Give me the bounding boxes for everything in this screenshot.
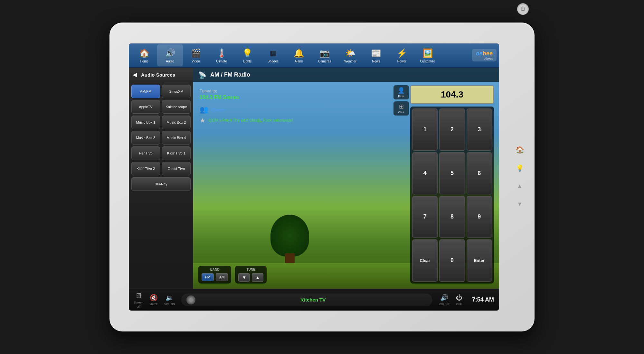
mute-label: MUTE	[150, 303, 158, 306]
source-siriusxm[interactable]: SiriusXM	[162, 85, 191, 98]
vol-up-button[interactable]: 🔊 VOL UP	[439, 294, 450, 306]
key-4[interactable]: 4	[412, 152, 438, 194]
tune-buttons: ▼ ▲	[238, 273, 263, 282]
home-icon: 🏠	[138, 47, 150, 59]
nav-climate[interactable]: 🌡️ Climate	[209, 44, 234, 66]
favs-button[interactable]: 👤 Favs	[393, 85, 409, 99]
source-list: AM/FM SiriusXM AppleTV Kaleidescape Musi…	[129, 82, 193, 193]
source-kidstivo2[interactable]: Kids' TiVo 2	[131, 162, 160, 175]
band-buttons: FM AM	[202, 273, 228, 281]
source-musicbox2[interactable]: Music Box 2	[162, 116, 191, 129]
nav-alarm[interactable]: 🔔 Alarm	[286, 44, 312, 66]
nav-lights[interactable]: 💡 Lights	[234, 44, 260, 66]
news-icon: 📰	[370, 47, 382, 59]
band-fm-button[interactable]: FM	[202, 273, 214, 281]
side-down-button[interactable]: ▼	[514, 198, 526, 210]
key-enter[interactable]: Enter	[467, 239, 492, 282]
side-home-button[interactable]: 🏠	[514, 144, 526, 156]
sidebar-header: ◀ Audio Sources	[129, 68, 193, 82]
tune-group: TUNE ▼ ▲	[235, 266, 267, 284]
vol-down-button[interactable]: 🔉 VOL DN	[164, 294, 175, 306]
vol-down-icon: 🔉	[166, 294, 174, 302]
source-kaleidescape[interactable]: Kaleidescape	[162, 100, 191, 114]
nav-weather-label: Weather	[344, 60, 356, 63]
content-panel: 📡 AM / FM Radio Tuned	[193, 68, 499, 289]
source-musicbox3[interactable]: Music Box 3	[131, 131, 160, 144]
nav-weather[interactable]: 🌤️ Weather	[337, 44, 363, 66]
nav-news[interactable]: 📰 News	[363, 44, 389, 66]
screen-off-icon: 🖥	[135, 292, 142, 300]
key-9[interactable]: 9	[467, 196, 492, 238]
sidebar-title: Audio Sources	[141, 72, 175, 78]
time-display: 7:54 AM	[472, 296, 494, 303]
source-musicbox4[interactable]: Music Box 4	[162, 131, 191, 144]
band-label: BAND	[210, 268, 220, 271]
screen: 🏠 Home 🔊 Audio 🎬 Video 🌡️ Climate 💡 Ligh…	[129, 43, 499, 311]
off-icon: ⏻	[456, 294, 462, 302]
now-playing-bar: Kitchen TV	[181, 293, 432, 306]
station-description: Q104.3 Plays The Best Classic Rock Natio…	[209, 118, 293, 123]
mute-icon: 🔇	[150, 294, 158, 302]
side-light-button[interactable]: 💡	[514, 162, 526, 174]
key-1[interactable]: 1	[412, 108, 438, 151]
frequency-display: 104.3 FM Stereo	[200, 95, 293, 100]
tune-down-button[interactable]: ▼	[238, 273, 250, 282]
keypad-display: 104.3	[410, 85, 494, 104]
source-kidstivo1[interactable]: Kids' TiVo 1	[162, 146, 191, 160]
source-appletv[interactable]: AppleTV	[131, 100, 160, 114]
content-header: 📡 AM / FM Radio	[193, 68, 499, 82]
nav-video[interactable]: 🎬 Video	[183, 44, 209, 66]
nav-cameras[interactable]: 📷 Cameras	[312, 44, 337, 66]
side-panel-icons: 👤 Favs ⊞ Ch #	[393, 85, 409, 116]
chnum-button[interactable]: ⊞ Ch #	[393, 101, 409, 116]
key-0[interactable]: 0	[439, 239, 465, 282]
off-button[interactable]: ⏻ OFF	[456, 294, 462, 306]
cameras-icon: 📷	[319, 47, 330, 59]
source-hertivo[interactable]: Her TiVo	[131, 146, 160, 160]
side-controls: 🏠 💡 ▲ ▼	[514, 144, 526, 210]
nav-climate-label: Climate	[216, 60, 227, 63]
tune-up-button[interactable]: ▲	[252, 273, 263, 282]
keypad-panel: 104.3 1 2 3 4 5 6 7 8 9 Clear 0	[410, 85, 494, 284]
climate-icon: 🌡️	[216, 47, 227, 59]
source-musicbox1[interactable]: Music Box 1	[131, 116, 160, 129]
now-playing-text: Kitchen TV	[199, 297, 427, 303]
vol-up-label: VOL UP	[439, 303, 450, 306]
content-body: Tuned to: 104.3 FM Stereo 👥 Queen ★ Q104…	[193, 82, 499, 289]
source-bluray[interactable]: Blu-Ray	[131, 177, 191, 191]
power-button[interactable]: ⏻	[517, 3, 529, 15]
nav-power[interactable]: ⚡ Power	[389, 44, 415, 66]
key-6[interactable]: 6	[467, 152, 492, 194]
nav-shades[interactable]: ▦ Shades	[260, 44, 286, 66]
nav-audio[interactable]: 🔊 Audio	[157, 44, 183, 66]
nav-customize[interactable]: 🖼️ Customize	[415, 44, 440, 66]
side-up-button[interactable]: ▲	[514, 180, 526, 192]
lights-icon: 💡	[242, 47, 253, 59]
nav-home[interactable]: 🏠 Home	[131, 44, 157, 66]
nav-customize-label: Customize	[420, 60, 435, 63]
power-nav-icon: ⚡	[396, 47, 408, 59]
back-button[interactable]: ◀	[133, 71, 137, 78]
video-icon: 🎬	[190, 47, 202, 59]
key-5[interactable]: 5	[439, 152, 465, 194]
brand-logo: osbee About	[472, 49, 497, 61]
band-am-button[interactable]: AM	[216, 273, 228, 281]
alarm-icon: 🔔	[293, 47, 305, 59]
screen-off-button[interactable]: 🖥 Screen Off	[134, 292, 143, 308]
source-amfm[interactable]: AM/FM	[131, 85, 160, 98]
nav-alarm-label: Alarm	[295, 60, 303, 63]
key-3[interactable]: 3	[467, 108, 492, 151]
audio-icon: 🔊	[164, 47, 176, 59]
key-clear[interactable]: Clear	[412, 239, 438, 282]
weather-icon: 🌤️	[345, 47, 356, 59]
key-2[interactable]: 2	[439, 108, 465, 151]
source-guesttivo[interactable]: Guest TiVo	[162, 162, 191, 175]
vol-down-label: VOL DN	[164, 303, 175, 306]
key-8[interactable]: 8	[439, 196, 465, 238]
key-7[interactable]: 7	[412, 196, 438, 238]
nav-video-label: Video	[192, 60, 200, 63]
mute-button[interactable]: 🔇 MUTE	[150, 294, 158, 306]
tablet-frame: ⏻ 🏠 💡 ▲ ▼ 🏠 Home 🔊 Audio 🎬 Video 🌡️ C	[109, 23, 535, 331]
nav-lights-label: Lights	[243, 60, 252, 63]
chnum-label: Ch #	[398, 111, 404, 114]
